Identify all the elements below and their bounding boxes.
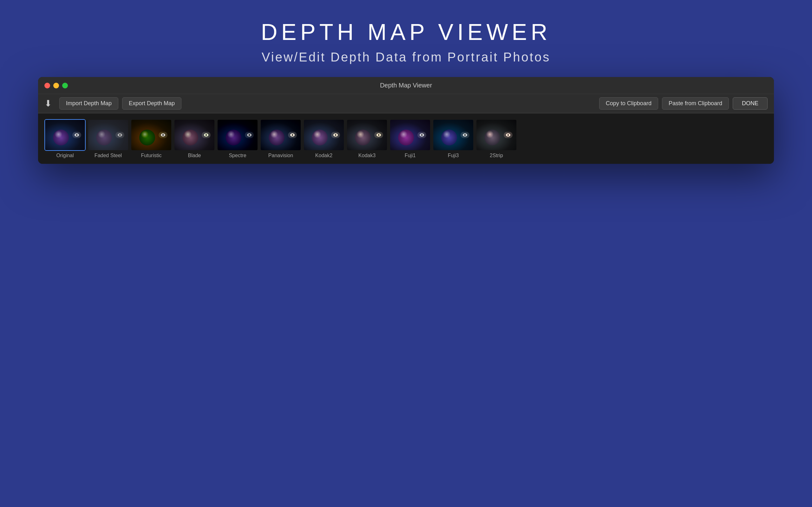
- minimize-button[interactable]: [53, 83, 59, 89]
- thumbnail-panavision[interactable]: Panavision: [260, 119, 301, 158]
- thumbnail-futuristic[interactable]: Futuristic: [131, 119, 172, 158]
- thumbnail-strip: Original Faded Steel: [38, 113, 774, 164]
- thumbnail-img-panavision: [260, 119, 301, 151]
- app-subtitle: View/Edit Depth Data from Portrait Photo…: [261, 50, 551, 64]
- thumbnail-spectre[interactable]: Spectre: [217, 119, 258, 158]
- svg-point-3: [119, 134, 121, 135]
- toolbar-right: Copy to Clipboard Paste from Clipboard D…: [599, 97, 768, 110]
- svg-point-13: [335, 134, 337, 135]
- window-title: Depth Map Viewer: [380, 82, 432, 89]
- app-header: DEPTH MAP VIEWER View/Edit Depth Data fr…: [261, 0, 551, 77]
- thumbnail-img-kodak3: [346, 119, 388, 151]
- thumbnail-label-fuji3: Fuji3: [448, 153, 459, 158]
- close-button[interactable]: [44, 83, 50, 89]
- svg-point-5: [162, 134, 164, 135]
- eye-icon-futuristic: [159, 132, 167, 138]
- thumbnail-label-kodak3: Kodak3: [358, 153, 375, 158]
- svg-point-7: [206, 134, 207, 135]
- thumbnail-label-original: Original: [56, 153, 73, 158]
- svg-point-21: [507, 134, 509, 135]
- thumbnail-img-kodak2: [303, 119, 345, 151]
- done-button[interactable]: DONE: [733, 97, 768, 110]
- thumbnail-kodak2[interactable]: Kodak2: [303, 119, 345, 158]
- eye-icon-kodak3: [374, 132, 383, 138]
- thumbnail-img-spectre: [217, 119, 258, 151]
- thumbnail-img-faded-steel: [88, 119, 129, 151]
- svg-point-9: [249, 134, 250, 135]
- thumbnail-img-2strip: [476, 119, 517, 151]
- thumbnail-fuji1[interactable]: Fuji1: [390, 119, 431, 158]
- thumbnail-label-fuji1: Fuji1: [405, 153, 416, 158]
- eye-icon-fuji1: [417, 132, 426, 138]
- thumbnail-label-spectre: Spectre: [229, 153, 246, 158]
- thumbnail-faded-steel[interactable]: Faded Steel: [88, 119, 129, 158]
- paste-from-clipboard-button[interactable]: Paste from Clipboard: [662, 97, 729, 110]
- save-icon[interactable]: ⬇: [44, 98, 52, 109]
- thumbnail-label-blade: Blade: [188, 153, 201, 158]
- thumbnail-img-fuji3: [433, 119, 474, 151]
- thumbnail-img-original: [44, 119, 86, 151]
- thumbnail-img-blade: [174, 119, 215, 151]
- eye-icon-blade: [202, 132, 211, 138]
- svg-point-11: [292, 134, 293, 135]
- eye-icon-spectre: [245, 132, 254, 138]
- svg-point-17: [421, 134, 423, 135]
- thumbnail-label-kodak2: Kodak2: [315, 153, 333, 158]
- thumbnail-img-fuji1: [390, 119, 431, 151]
- eye-icon: [72, 132, 81, 138]
- copy-to-clipboard-button[interactable]: Copy to Clipboard: [599, 97, 658, 110]
- svg-point-1: [76, 134, 78, 135]
- eye-icon-faded: [115, 132, 124, 138]
- thumbnail-original[interactable]: Original: [44, 119, 86, 158]
- thumbnail-label-2strip: 2Strip: [490, 153, 503, 158]
- thumbnail-img-futuristic: [131, 119, 172, 151]
- maximize-button[interactable]: [62, 83, 68, 89]
- thumbnail-2strip[interactable]: 2Strip: [476, 119, 517, 158]
- toolbar: ⬇ Import Depth Map Export Depth Map Copy…: [38, 94, 774, 113]
- eye-icon-fuji3: [461, 132, 469, 138]
- traffic-lights: [44, 83, 68, 89]
- svg-point-19: [464, 134, 466, 135]
- thumbnail-fuji3[interactable]: Fuji3: [433, 119, 474, 158]
- eye-icon-2strip: [504, 132, 513, 138]
- import-depth-map-button[interactable]: Import Depth Map: [59, 97, 118, 110]
- thumbnail-kodak3[interactable]: Kodak3: [346, 119, 388, 158]
- eye-icon-kodak2: [331, 132, 340, 138]
- export-depth-map-button[interactable]: Export Depth Map: [122, 97, 182, 110]
- main-window: Depth Map Viewer ⬇ Import Depth Map Expo…: [38, 77, 774, 164]
- thumbnail-label-panavision: Panavision: [268, 153, 293, 158]
- app-title: DEPTH MAP VIEWER: [261, 19, 551, 45]
- toolbar-left: ⬇ Import Depth Map Export Depth Map: [44, 97, 182, 110]
- title-bar: Depth Map Viewer: [38, 77, 774, 94]
- svg-point-15: [378, 134, 380, 135]
- thumbnail-label-faded-steel: Faded Steel: [95, 153, 122, 158]
- eye-icon-panavision: [288, 132, 297, 138]
- thumbnail-label-futuristic: Futuristic: [141, 153, 162, 158]
- thumbnail-blade[interactable]: Blade: [174, 119, 215, 158]
